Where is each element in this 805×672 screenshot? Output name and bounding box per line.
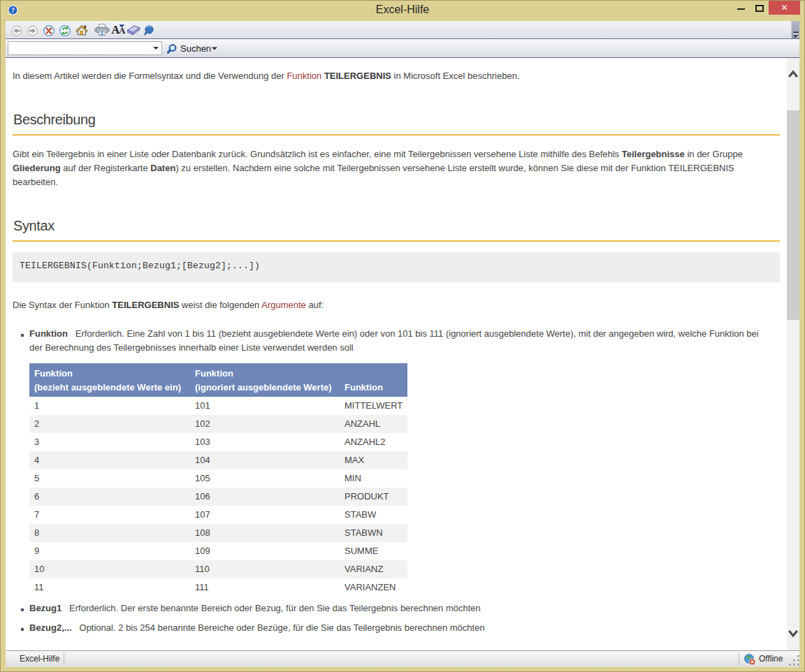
svg-text:Suchen: Suchen [180, 43, 211, 54]
